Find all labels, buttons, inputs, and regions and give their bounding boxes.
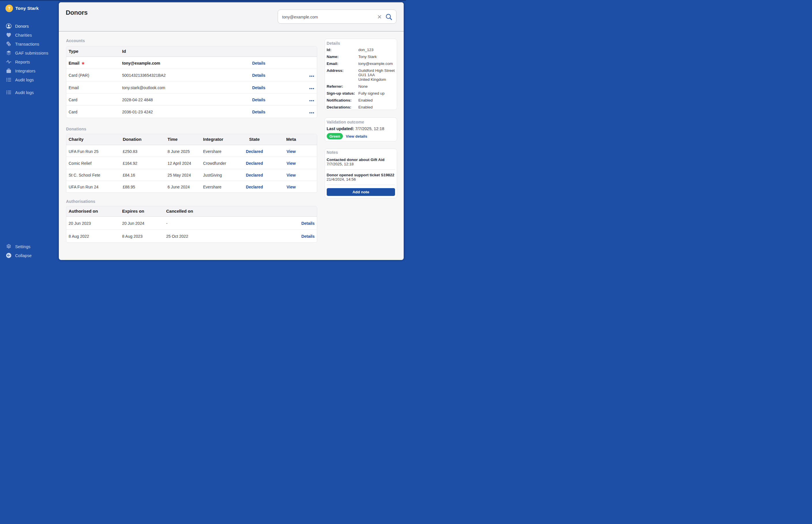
- svg-text:$: $: [9, 44, 10, 46]
